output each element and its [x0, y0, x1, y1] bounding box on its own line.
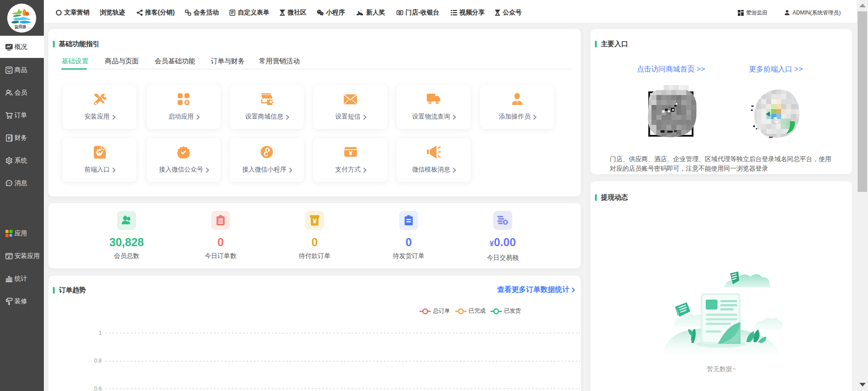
svg-text:YanTian: YanTian	[25, 27, 31, 29]
